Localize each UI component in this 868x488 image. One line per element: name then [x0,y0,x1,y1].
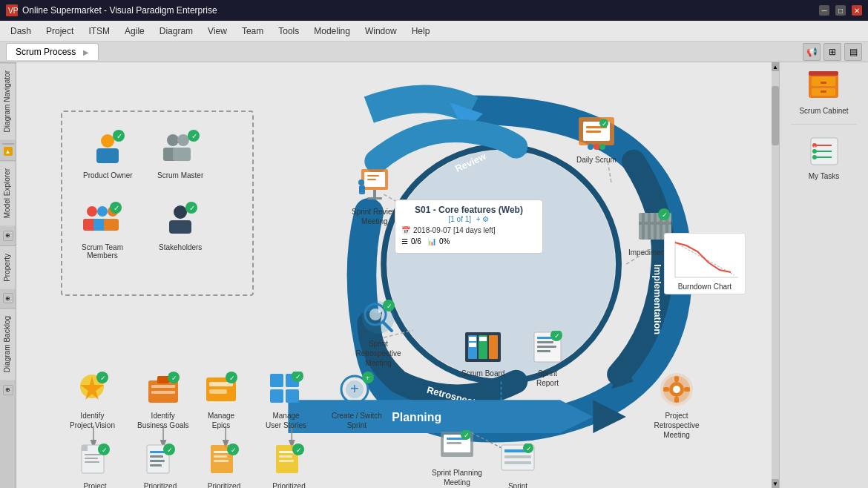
sprint-settings-button[interactable]: ⚙ [482,215,489,223]
svg-text:✓: ✓ [464,432,470,439]
my-tasks-label: My Tasks [809,172,840,180]
svg-rect-112 [286,389,299,403]
svg-rect-130 [85,454,101,455]
svg-rect-124 [674,376,679,382]
sidebar-diagram-backlog[interactable]: Diagram Backlog [0,308,16,380]
menu-modeling[interactable]: Modeling [306,23,358,39]
my-tasks-icon: ✕ [806,133,842,169]
product-owner-label: Product Owner [83,171,133,179]
svg-point-50 [588,144,594,150]
manage-epics-icon: ✓ [202,370,240,409]
scrum-board-label: Scrum Board [461,369,504,378]
menu-view[interactable]: View [200,23,234,39]
svg-text:✓: ✓ [387,303,392,310]
svg-point-51 [594,144,599,150]
svg-point-123 [673,386,680,393]
product-owner-item[interactable]: ✓ Product Owner [83,128,133,179]
create-switch-sprint-item[interactable]: + + Create / SwitchSprint [332,370,382,430]
daily-scrum-item[interactable]: ✓ Daily Scrum [576,114,617,165]
identify-business-goals-icon: ✓ [144,370,183,409]
sprint-planning-meeting-item[interactable]: ✓ Sprint PlanningMeeting [432,427,482,487]
tab-label: Scrum Process [16,47,76,57]
sidebar-model-explorer[interactable]: Model Explorer [0,160,16,225]
svg-rect-100 [151,385,175,388]
manage-epics-label: ManageEpics [208,411,234,430]
sprint-info-box[interactable]: S01 - Core features (Web) [1 of 1] + ⚙ 📅… [395,200,543,254]
create-switch-sprint-icon: + + [338,370,376,409]
project-vision-icon: ✓ [76,441,114,479]
svg-rect-144 [214,455,227,458]
svg-text:✓: ✓ [602,120,608,128]
panel-button[interactable]: ▤ [844,43,862,61]
svg-point-177 [812,149,817,154]
scrum-board-icon [464,328,502,366]
menu-help[interactable]: Help [404,23,438,39]
prioritized-user-stories-item[interactable]: ✓ PrioritizedUser Stories [269,441,309,488]
scroll-down-button[interactable]: ▼ [772,479,779,488]
main-layout: Diagram Navigator ▲ Model Explorer ⊕ Pro… [0,62,868,488]
announce-button[interactable]: 📢 [803,43,821,61]
burndown-chart-box[interactable]: Burndown Chart [664,233,746,294]
sprint-planning-meeting-label: Sprint PlanningMeeting [432,468,482,487]
my-tasks-panel-item[interactable]: ✕ My Tasks [806,133,842,180]
sidebar-model-explorer-label: Model Explorer [3,168,11,218]
window-controls[interactable]: ─ □ ✕ [819,5,862,16]
svg-rect-29 [173,148,191,161]
scrum-master-item[interactable]: ✓ Scrum Master [157,128,203,179]
scrum-canvas: Review Implementation Retrospect Plannin… [16,62,772,488]
menu-itsm[interactable]: ITSM [81,23,117,39]
identify-project-vision-label: IdentifyProject Vision [70,411,115,430]
grid-button[interactable]: ⊞ [823,43,841,61]
sprint-backlog-item[interactable]: ✓ SprintBacklog [499,441,537,488]
close-button[interactable]: ✕ [852,5,862,16]
scrum-cabinet-panel-item[interactable]: Scrum Cabinet [799,68,848,115]
identify-business-goals-item[interactable]: ✓ IdentifyBusiness Goals [137,370,188,430]
svg-rect-101 [151,391,175,394]
sidebar-property[interactable]: Property [0,245,16,289]
product-owner-icon: ✓ [87,128,128,169]
sprint-review-meeting-item[interactable]: Sprint ReviewMeeting [352,166,398,226]
tab-scrum-process[interactable]: Scrum Process ▶ [6,43,99,60]
menu-project[interactable]: Project [39,23,81,39]
menu-agile[interactable]: Agile [117,23,152,39]
minimize-button[interactable]: ─ [819,5,829,16]
menu-team[interactable]: Team [234,23,271,39]
maximize-button[interactable]: □ [835,5,846,16]
svg-point-178 [812,155,817,159]
app-icon: VP [6,4,18,16]
svg-rect-82 [479,337,487,341]
scrollbar-thumb[interactable] [772,86,779,145]
prioritized-epics-item[interactable]: ✓ PrioritizedEpics [205,441,243,488]
sidebar-diagram-navigator[interactable]: Diagram Navigator [0,62,16,139]
stakeholders-item[interactable]: ✓ Stakeholders [159,200,202,251]
menu-dash[interactable]: Dash [3,23,39,39]
prioritized-epics-icon: ✓ [205,441,243,479]
svg-rect-41 [169,220,191,234]
svg-text:✓: ✓ [167,446,173,454]
sprint-retrospective-meeting-item[interactable]: ✓ Sprint RetrospectiveMeeting [349,298,408,368]
menu-diagram[interactable]: Diagram [152,23,200,39]
manage-epics-item[interactable]: ✓ ManageEpics [202,370,240,430]
manage-user-stories-item[interactable]: ✓ ManageUser Stories [266,370,306,430]
menu-window[interactable]: Window [358,23,404,39]
project-vision-item[interactable]: ✓ ProjectVision [76,441,114,488]
svg-point-22 [101,134,114,148]
scrum-team-members-item[interactable]: ✓ Scrum TeamMembers [82,200,123,260]
prioritized-use-cases-item[interactable]: ✓ PrioritizedUse Cases [141,441,180,488]
sprint-report-item[interactable]: ✓ SprintReport [528,328,567,388]
identify-project-vision-item[interactable]: ✓ IdentifyProject Vision [70,370,115,430]
project-vision-label: ProjectVision [83,481,106,488]
project-retrospective-meeting-item[interactable]: Project RetrospectiveMeeting [647,370,706,440]
scrum-team-members-label: Scrum TeamMembers [82,243,123,260]
menu-tools[interactable]: Tools [271,23,306,39]
svg-rect-137 [150,455,163,458]
svg-rect-109 [270,374,283,387]
svg-text:✕: ✕ [813,145,816,149]
scrum-board-item[interactable]: Scrum Board [461,328,504,378]
svg-text:Implementation: Implementation [652,264,663,334]
right-scrollbar[interactable]: ▲ ▼ [772,62,779,488]
sidebar-property-label: Property [3,254,11,282]
sprint-add-button[interactable]: + [476,215,481,223]
scroll-up-button[interactable]: ▲ [772,62,779,71]
sprint-review-meeting-label: Sprint ReviewMeeting [352,207,398,226]
